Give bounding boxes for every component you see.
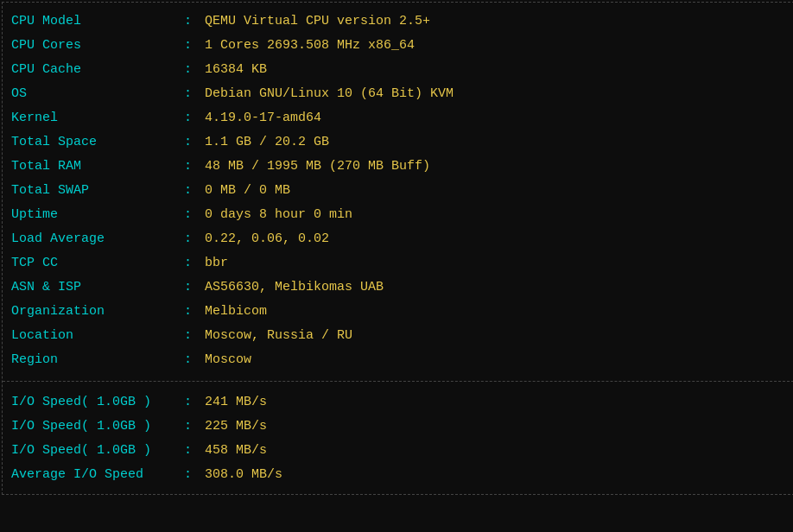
row-separator: : bbox=[184, 392, 198, 413]
table-row: TCP CC: bbr bbox=[11, 251, 785, 276]
table-row: CPU Cache: 16384 KB bbox=[11, 58, 785, 82]
row-value: 0 days 8 hour 0 min bbox=[205, 205, 352, 225]
row-label: CPU Model bbox=[11, 11, 184, 32]
row-label: Uptime bbox=[11, 205, 184, 225]
row-separator: : bbox=[184, 180, 198, 201]
io-speed-section: I/O Speed( 1.0GB ): 241 MB/sI/O Speed( 1… bbox=[3, 387, 793, 491]
table-row: Region: Moscow bbox=[11, 348, 785, 372]
row-label: Total RAM bbox=[11, 156, 184, 177]
section-divider bbox=[3, 381, 793, 382]
table-row: Kernel: 4.19.0-17-amd64 bbox=[11, 106, 785, 130]
row-value: 1.1 GB / 20.2 GB bbox=[205, 132, 329, 153]
row-separator: : bbox=[184, 108, 198, 129]
main-container: CPU Model: QEMU Virtual CPU version 2.5+… bbox=[2, 2, 793, 495]
row-label: Location bbox=[11, 326, 184, 346]
row-value: 1 Cores 2693.508 MHz x86_64 bbox=[205, 35, 415, 56]
row-separator: : bbox=[184, 277, 198, 298]
row-separator: : bbox=[184, 132, 198, 153]
row-label: Total SWAP bbox=[11, 180, 184, 201]
row-label: Load Average bbox=[11, 229, 184, 250]
row-value: Moscow bbox=[205, 350, 251, 370]
table-row: CPU Cores: 1 Cores 2693.508 MHz x86_64 bbox=[11, 34, 785, 58]
row-separator: : bbox=[184, 11, 198, 32]
row-value: Moscow, Russia / RU bbox=[205, 326, 352, 346]
row-label: I/O Speed( 1.0GB ) bbox=[11, 440, 184, 461]
row-label: Region bbox=[11, 350, 184, 370]
system-info-section: CPU Model: QEMU Virtual CPU version 2.5+… bbox=[3, 6, 793, 376]
row-value: 16384 KB bbox=[205, 60, 267, 80]
row-value: Debian GNU/Linux 10 (64 Bit) KVM bbox=[205, 84, 454, 104]
row-separator: : bbox=[184, 229, 198, 250]
row-value: 4.19.0-17-amd64 bbox=[205, 108, 321, 129]
row-label: TCP CC bbox=[11, 253, 184, 274]
row-value: QEMU Virtual CPU version 2.5+ bbox=[205, 11, 430, 32]
row-label: Kernel bbox=[11, 108, 184, 129]
row-value: 0 MB / 0 MB bbox=[205, 180, 290, 201]
table-row: I/O Speed( 1.0GB ): 225 MB/s bbox=[11, 415, 785, 439]
row-separator: : bbox=[184, 326, 198, 346]
row-label: OS bbox=[11, 84, 184, 104]
row-value: Melbicom bbox=[205, 301, 267, 322]
table-row: Location: Moscow, Russia / RU bbox=[11, 324, 785, 348]
row-value: 241 MB/s bbox=[205, 392, 267, 413]
row-separator: : bbox=[184, 156, 198, 177]
row-separator: : bbox=[184, 35, 198, 56]
row-separator: : bbox=[184, 301, 198, 322]
row-value: bbr bbox=[205, 253, 228, 274]
table-row: Load Average: 0.22, 0.06, 0.02 bbox=[11, 227, 785, 251]
table-row: ASN & ISP: AS56630, Melbikomas UAB bbox=[11, 276, 785, 300]
row-separator: : bbox=[184, 350, 198, 370]
row-value: 48 MB / 1995 MB (270 MB Buff) bbox=[205, 156, 430, 177]
row-separator: : bbox=[184, 253, 198, 274]
row-label: Average I/O Speed bbox=[11, 465, 184, 485]
table-row: Total Space: 1.1 GB / 20.2 GB bbox=[11, 130, 785, 155]
row-separator: : bbox=[184, 60, 198, 80]
table-row: I/O Speed( 1.0GB ): 241 MB/s bbox=[11, 390, 785, 415]
row-label: I/O Speed( 1.0GB ) bbox=[11, 416, 184, 437]
row-separator: : bbox=[184, 84, 198, 104]
row-separator: : bbox=[184, 416, 198, 437]
row-value: 225 MB/s bbox=[205, 416, 267, 437]
row-separator: : bbox=[184, 465, 198, 485]
row-label: Organization bbox=[11, 301, 184, 322]
row-value: AS56630, Melbikomas UAB bbox=[205, 277, 384, 298]
table-row: Total SWAP: 0 MB / 0 MB bbox=[11, 179, 785, 203]
row-value: 0.22, 0.06, 0.02 bbox=[205, 229, 329, 250]
row-label: I/O Speed( 1.0GB ) bbox=[11, 392, 184, 413]
row-separator: : bbox=[184, 205, 198, 225]
row-value: 458 MB/s bbox=[205, 440, 267, 461]
row-label: ASN & ISP bbox=[11, 277, 184, 298]
row-label: CPU Cores bbox=[11, 35, 184, 56]
row-label: Total Space bbox=[11, 132, 184, 153]
table-row: OS: Debian GNU/Linux 10 (64 Bit) KVM bbox=[11, 82, 785, 106]
row-label: CPU Cache bbox=[11, 60, 184, 80]
table-row: CPU Model: QEMU Virtual CPU version 2.5+ bbox=[11, 10, 785, 34]
table-row: Average I/O Speed: 308.0 MB/s bbox=[11, 463, 785, 487]
row-value: 308.0 MB/s bbox=[205, 465, 282, 485]
table-row: Uptime: 0 days 8 hour 0 min bbox=[11, 203, 785, 227]
table-row: I/O Speed( 1.0GB ): 458 MB/s bbox=[11, 439, 785, 463]
table-row: Total RAM: 48 MB / 1995 MB (270 MB Buff) bbox=[11, 155, 785, 179]
table-row: Organization: Melbicom bbox=[11, 300, 785, 324]
row-separator: : bbox=[184, 440, 198, 461]
